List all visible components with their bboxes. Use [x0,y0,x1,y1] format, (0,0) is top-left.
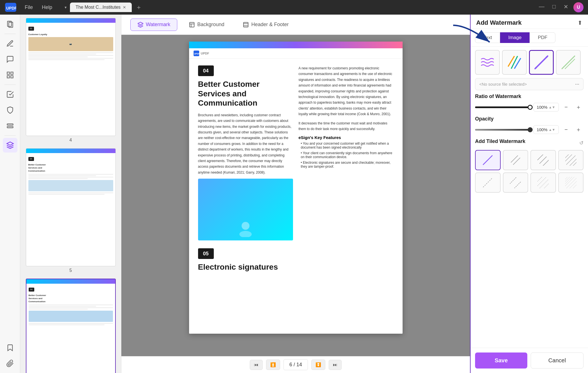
opacity-slider-thumb[interactable] [528,127,533,132]
wm-tab-image[interactable]: Image [500,32,530,43]
thumbnail-page-6[interactable]: 04 Better CustomerServices andCommunicat… [22,279,119,373]
panel-header: Add Watermark ⬆ [471,15,588,29]
svg-line-23 [562,56,575,69]
nav-first-btn[interactable]: ⏮ [250,360,263,370]
tab-close-icon[interactable]: ✕ [123,5,126,10]
thumbnail-page-4[interactable]: 03 Customer Loyalty 📷 4 [22,18,119,143]
ratio-slider-track[interactable] [475,106,530,108]
tiled-label: Add Tiled Watermark [475,138,525,144]
file-selector[interactable]: <No source file selected> ··· [475,78,584,90]
sidebar-item-watermark[interactable] [3,138,17,153]
tiled-reset-icon[interactable]: ↺ [579,140,584,146]
panel-export-icon[interactable]: ⬆ [578,19,582,26]
pdf-esign-heading: eSign's Key Features [299,135,394,140]
svg-line-31 [565,154,569,158]
sidebar-divider-3 [4,135,16,136]
tab-dropdown-icon[interactable]: ▾ [62,4,69,11]
panel-bottom: Save Cancel [471,348,588,373]
svg-rect-10 [190,22,194,27]
sidebar-item-bookmark[interactable] [3,340,17,355]
opacity-slider-track[interactable] [475,129,530,131]
thumbnail-page-5[interactable]: 04 Better CustomerServices andCommunicat… [22,148,119,273]
sidebar-item-pages[interactable] [3,17,17,31]
wm-tab-pdf[interactable]: PDF [530,32,555,43]
sidebar-item-attachment[interactable] [3,356,17,371]
nav-prev-btn[interactable]: ⏫ [266,360,280,370]
tiled-option-7[interactable] [530,172,556,193]
svg-point-15 [239,231,252,237]
main-layout: 03 Customer Loyalty 📷 4 [0,15,588,373]
nav-last-btn[interactable]: ⏭ [329,360,342,370]
toolbar-header-footer-label: Header & Footer [251,22,289,28]
toolbar-background-btn[interactable]: Background [182,19,231,31]
svg-line-40 [537,177,546,186]
pdf-bullet-2: • Your client can conveniently sign docu… [299,151,394,159]
ratio-slider-row: 100% ▲▼ − ＋ [475,102,584,112]
svg-rect-7 [11,76,13,78]
wm-img-option-1[interactable] [475,50,500,75]
watermark-type-tabs: Text Image PDF [471,29,588,47]
save-button[interactable]: Save [475,352,527,369]
tab-add-icon[interactable]: ＋ [133,2,145,13]
pdf-page-content: 04 Better Customer Services and Communic… [189,59,403,283]
menu-file[interactable]: File [20,3,37,12]
sidebar-item-protect[interactable] [3,103,17,117]
toolbar-watermark-btn[interactable]: Watermark [130,19,177,31]
sidebar-divider-1 [4,34,16,34]
tiled-option-8[interactable] [558,172,584,193]
pdf-page-header-bar [189,42,403,48]
cancel-button[interactable]: Cancel [531,352,584,369]
svg-line-42 [544,184,549,188]
sidebar-divider-2 [4,85,16,85]
sidebar-item-view[interactable] [3,68,17,82]
menu-bar: File Help [20,3,57,12]
thumb-img-6: 04 Better CustomerServices andCommunicat… [26,279,116,373]
wm-image-section: <No source file selected> ··· Ratio of W… [471,47,588,198]
svg-line-39 [537,177,542,181]
svg-line-37 [510,177,517,184]
window-maximize[interactable]: □ [550,2,559,12]
ratio-value-box: 100% ▲▼ [533,103,559,112]
wm-img-option-2[interactable] [502,50,527,75]
opacity-arrows[interactable]: ▲▼ [549,128,555,132]
tiled-option-1[interactable] [475,150,501,170]
menu-help[interactable]: Help [37,3,57,12]
wm-img-option-4[interactable] [556,50,581,75]
file-selector-text: <No source file selected> [479,82,573,87]
tiled-option-2[interactable] [503,150,528,170]
sidebar-item-edit[interactable] [3,36,17,51]
opacity-value-box: 100% ▲▼ [533,125,559,134]
tiled-option-5[interactable] [475,172,501,193]
left-sidebar [0,15,20,373]
file-selector-menu[interactable]: ··· [575,81,579,87]
nav-next-btn[interactable]: ⏬ [311,360,325,370]
pdf-bullet-1: • You and your concerned customer will g… [299,142,394,149]
svg-line-25 [483,156,492,165]
window-controls: — □ ✕ U [536,2,584,12]
svg-line-49 [573,185,576,188]
tiled-option-6[interactable] [503,172,528,193]
right-panel: Add Watermark ⬆ Text Image PDF [470,15,588,373]
sidebar-item-forms[interactable] [3,87,17,102]
wm-tab-text[interactable]: Text [475,32,500,43]
ratio-slider-thumb[interactable] [528,105,533,110]
pdf-body-2: A new requirement for customers promotin… [299,65,394,117]
window-minimize[interactable]: — [536,2,547,12]
user-avatar[interactable]: U [573,2,584,12]
wm-img-option-3[interactable] [529,50,554,75]
ratio-increase-btn[interactable]: ＋ [573,102,584,112]
opacity-increase-btn[interactable]: ＋ [573,125,584,135]
window-close[interactable]: ✕ [561,2,571,12]
svg-line-43 [565,177,567,179]
ratio-decrease-btn[interactable]: − [562,103,570,112]
svg-point-14 [242,222,249,230]
sidebar-item-redact[interactable] [3,119,17,133]
ratio-arrows[interactable]: ▲▼ [549,105,555,109]
tiled-option-3[interactable] [530,150,556,170]
sidebar-item-comment[interactable] [3,52,17,67]
tiled-option-4[interactable] [558,150,584,170]
opacity-decrease-btn[interactable]: − [562,125,570,134]
svg-line-20 [535,56,548,69]
toolbar-header-footer-btn[interactable]: Header & Footer [236,19,296,31]
active-tab[interactable]: The Most C...Institutes ✕ [70,3,132,12]
